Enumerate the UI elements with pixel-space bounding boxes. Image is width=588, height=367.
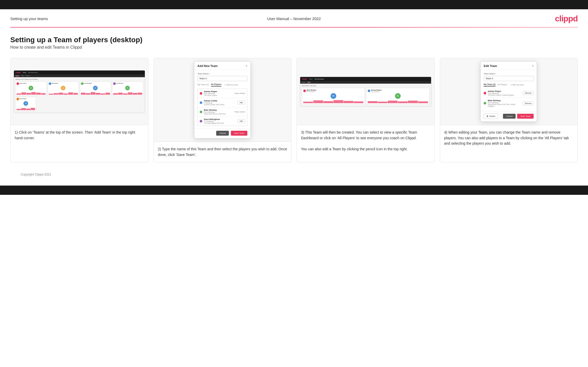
mock-team-dashboard: clippd Home My Performance Players Teams… [300, 77, 431, 107]
mock-bar [96, 93, 100, 95]
mock-team-content-3: Player Details Player Stats Blair McHarg… [300, 84, 431, 106]
card-3: clippd Home My Performance Players Teams… [297, 58, 435, 162]
mock-modal-title: Add New Team [197, 64, 217, 67]
mock-bar [408, 101, 418, 103]
mock-content-1: Showing 5 out of 6 players from: All Pla… [14, 77, 145, 113]
mock-bar [378, 102, 388, 103]
mock-player-card-2: Blair McHarg 0 [48, 81, 79, 96]
mock-add-player-btn-2[interactable]: Add [237, 101, 245, 104]
mock-delete-button[interactable]: 🗑 Delete [484, 113, 498, 119]
mock-bottom-player: Richard Butler 72 [15, 97, 36, 111]
mock-bar [128, 92, 132, 95]
card-1: clippd Home My Performance Players Teams… [10, 58, 148, 162]
mock-player-name-5: Richard Butler [20, 98, 27, 100]
mock-player-row-name-1: Adrian Player [204, 90, 233, 93]
edit-modal-close-icon[interactable]: × [532, 64, 534, 68]
mock-edit-save-button[interactable]: Save Team [517, 114, 534, 119]
mock-save-team-button[interactable]: Save Team [231, 131, 247, 136]
mock-team-grid-3: Blair McHarg Plus Handicap 94 [302, 88, 430, 105]
mock-bar [138, 93, 142, 94]
header-center-text: User Manual – November 2022 [267, 16, 321, 21]
card-3-screenshot: clippd Home My Performance Players Teams… [297, 58, 434, 125]
mock-sub-reports: Reports [26, 75, 30, 76]
mock-edit-tab-allplayers[interactable]: All Players [498, 83, 507, 86]
copyright-text: Copyright Clippd 2021 [21, 173, 51, 176]
mock-edit-player-detail-1: Plus HandicapThe Shire London, United Ki… [488, 92, 521, 96]
mock-score-2: 0 [61, 86, 65, 90]
mock-bars-4 [113, 92, 142, 95]
mock-bar [418, 101, 428, 103]
mock-avatar-2 [49, 82, 51, 85]
mock-bar [26, 109, 30, 110]
mock-bar [49, 94, 53, 95]
mock-bar [123, 93, 128, 95]
mock-score-4: 78 [125, 86, 130, 90]
mock-row-avatar-3 [200, 111, 202, 113]
mock-bar [323, 101, 333, 103]
mock-cancel-button[interactable]: Cancel [216, 131, 229, 136]
mock-tab-allplayers[interactable]: All Players [211, 83, 222, 86]
mock-edit-team-name-label: Team Name * [484, 73, 534, 75]
mock-bar [21, 92, 26, 94]
mock-bar [91, 92, 95, 95]
mock-bar [73, 93, 78, 95]
mock-add-team-modal: Add New Team × Team Name * My Team (2) A… [194, 61, 251, 138]
mock-filter-label: ☐ Filter by name [224, 84, 238, 86]
mock-modal-body: Team Name * My Team (2) All Players ☐ Fi… [194, 70, 250, 128]
card-2-description: 2) Type the name of this Team and then s… [154, 142, 291, 162]
mock-modal-header: Add New Team × [194, 62, 250, 70]
mock-team-player-detail-1: Plus Handicap [307, 91, 316, 92]
clippd-logo: clippd [555, 14, 578, 23]
page-content: Setting up a Team of players (desktop) H… [0, 28, 588, 186]
mock-edit-player-info-1: Adrian Player Plus HandicapThe Shire Lon… [488, 90, 521, 96]
mock-edit-avatar-2 [484, 102, 486, 104]
mock-edit-tab-myteam[interactable]: My Team (2) [484, 83, 495, 86]
mock-row-avatar-4 [200, 120, 202, 123]
mock-avatar-5 [16, 98, 19, 100]
mock-add-player-btn-4[interactable]: Add [237, 119, 245, 123]
mock-player-name-1: Adrian Collins [20, 83, 27, 84]
mock-bar [16, 93, 21, 95]
mock-team-bars-2 [368, 100, 428, 103]
mock-bar [36, 93, 41, 94]
mock-bar [113, 93, 118, 95]
trash-icon: 🗑 [486, 115, 489, 117]
mock-bar [68, 92, 73, 94]
card-3-description: 3) This Team will then be created. You c… [297, 125, 434, 162]
mock-remove-player-btn-2[interactable]: Remove [523, 101, 534, 105]
mock-team-player-header-1: Blair McHarg Plus Handicap [303, 89, 363, 92]
mock-modal-footer: Cancel Save Team [194, 128, 250, 138]
modal-close-icon[interactable]: × [246, 64, 247, 68]
mock-player-name-4: Dave Billinham [116, 83, 124, 84]
mock-sub-players: Players [15, 75, 19, 77]
mock-bar [26, 93, 31, 95]
mock-player-row-detail-2: 1 HandicapCentral London Golf Centre [204, 102, 236, 106]
mock-edit-team-name-input[interactable] [484, 76, 534, 81]
card-1-screenshot: clippd Home My Performance Players Teams… [11, 58, 148, 125]
mock-edit-player-info-2: Blair McHarg Plus HandicapRoyal North De… [488, 99, 521, 107]
mock-nav-teams: My Performance [28, 72, 38, 73]
mock-team-name-input[interactable] [197, 76, 247, 81]
mock-edit-team-modal: Edit Team × Team Name * My Team (2) All … [480, 61, 537, 122]
mock-avatar-1 [16, 82, 19, 85]
mock-remove-player-btn-1[interactable]: Remove [523, 91, 534, 95]
header-left-text: Setting up your teams [10, 16, 48, 21]
mock-player-row-1: Adrian Player Plus HandicapThe Shire Lon… [198, 89, 247, 98]
mock-player-info-2: Adrian Coliba 1 HandicapCentral London G… [204, 100, 236, 106]
mock-team-player-detail-2: Plus Handicap [371, 91, 382, 92]
mock-bars-3 [81, 92, 110, 95]
mock-edit-footer: 🗑 Delete Cancel Save Team [481, 111, 537, 121]
mock-avatar-4 [113, 82, 116, 85]
mock-tab-myteam[interactable]: My Team (2) [197, 83, 209, 86]
mock-team-score-1: 94 [331, 93, 336, 99]
mock-player-info-1: Adrian Player Plus HandicapThe Shire Lon… [204, 90, 233, 96]
mock-tabs: My Team (2) All Players ☐ Filter by name [197, 83, 247, 86]
mock-edit-cancel-button[interactable]: Cancel [503, 114, 516, 119]
mock-logo: clippd [15, 72, 21, 73]
mock-player-row-detail-3: Plus HandicapRoyal North Devon Golf Club [204, 111, 233, 115]
mock-bar [86, 93, 90, 94]
mock-sub-teams: Teams [21, 75, 24, 76]
mock-player-card-4: Dave Billinham 78 [112, 81, 143, 96]
mock-player-name-3: Dave Billingham [84, 83, 92, 84]
mock-bar [354, 101, 363, 103]
